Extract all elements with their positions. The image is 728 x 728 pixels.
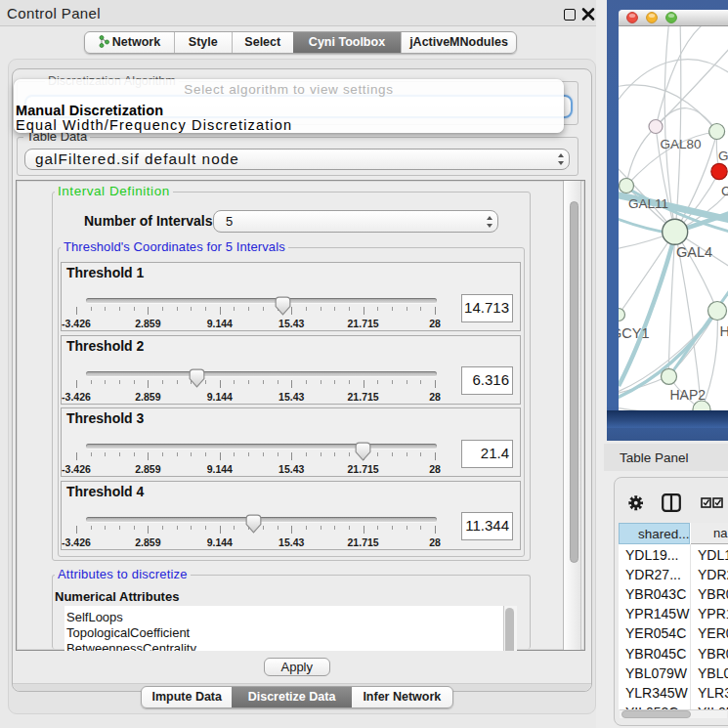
svg-text:GA: GA [718, 149, 728, 163]
svg-text:GAL4: GAL4 [676, 244, 712, 260]
svg-text:HAP2: HAP2 [670, 387, 707, 403]
svg-text:GAL80: GAL80 [661, 137, 702, 151]
svg-text:H: H [720, 323, 728, 339]
svg-text:GCY1: GCY1 [619, 325, 650, 341]
svg-text:C: C [721, 184, 728, 198]
svg-text:GAL11: GAL11 [628, 196, 668, 211]
